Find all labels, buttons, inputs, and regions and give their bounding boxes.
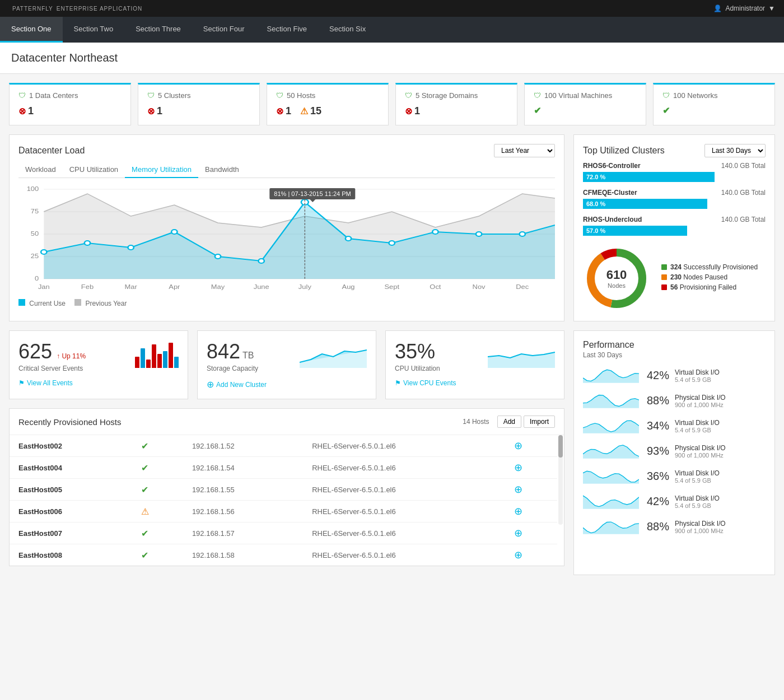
perf-pct: 88% (645, 520, 669, 533)
host-os: RHEL-6Server-6.5.0.1.el6 (303, 544, 505, 566)
card-title-clusters: 5 Clusters (158, 91, 191, 100)
perf-sublabel: 5.4 of 5.9 GB (675, 477, 720, 484)
scroll-icon[interactable]: ⊕ (514, 484, 522, 495)
perf-row: 93% Physical Disk I/O 900 of 1,000 MHz (583, 441, 766, 461)
scroll-icon[interactable]: ⊕ (514, 549, 522, 561)
nav-section-three[interactable]: Section Three (124, 17, 192, 43)
stat-cards-row: 625 ↑ Up 11% Critical Server Events (9, 330, 564, 399)
perf-sublabel: 900 of 1,000 MHz (675, 452, 726, 459)
tab-bandwidth[interactable]: Bandwidth (198, 162, 246, 178)
svg-point-16 (215, 254, 221, 259)
cluster-bar-cfmeqe: 68.0 % (583, 199, 707, 209)
ok-icon: ✔ (141, 441, 148, 451)
svg-point-19 (346, 236, 351, 241)
svg-point-17 (259, 259, 264, 263)
svg-marker-49 (583, 522, 639, 534)
table-row: EastHost006 ⚠ 192.168.1.56 RHEL-6Server-… (10, 501, 557, 522)
add-cluster-link[interactable]: ⊕ Add New Cluster (207, 379, 367, 390)
events-label: Critical Server Events (18, 365, 86, 372)
perf-row: 88% Physical Disk I/O 900 of 1,000 MHz (583, 391, 766, 410)
perf-pct: 93% (645, 445, 669, 458)
scroll-icon[interactable]: ⊕ (514, 462, 522, 473)
perf-sparkline (583, 517, 639, 536)
perf-label: Virtual Disk I/O (675, 368, 720, 376)
view-all-events-link[interactable]: ⚑ View All Events (18, 379, 179, 387)
scroll-icon[interactable]: ⊕ (514, 506, 522, 517)
host-action[interactable]: ⊕ (505, 501, 557, 522)
storage-label: Storage Capacity (207, 365, 258, 372)
host-status: ✔ (132, 544, 183, 566)
host-action[interactable]: ⊕ (505, 457, 557, 479)
host-action[interactable]: ⊕ (505, 522, 557, 544)
perf-sparkline (583, 416, 639, 436)
table-row: EastHost008 ✔ 192.168.1.58 RHEL-6Server-… (10, 544, 557, 566)
time-filter-select[interactable]: Last Year Last 30 Days Last 7 Days (494, 144, 555, 157)
scrollbar[interactable] (557, 435, 564, 566)
nav-section-one[interactable]: Section One (0, 17, 63, 43)
user-menu[interactable]: 👤 Administrator ▼ (713, 4, 775, 12)
perf-sublabel: 5.4 of 5.9 GB (675, 427, 720, 433)
cluster-rhos6: RHOS6-Controller 140.0 GB Total 72.0 % (583, 162, 766, 182)
view-cpu-events-link[interactable]: ⚑ View CPU Events (395, 379, 555, 387)
svg-text:Dec: Dec (516, 284, 529, 290)
scroll-icon[interactable]: ⊕ (514, 440, 522, 451)
tab-workload[interactable]: Workload (18, 162, 63, 178)
scroll-icon[interactable]: ⊕ (514, 528, 522, 539)
shield-icon: 🛡 (405, 91, 412, 100)
shield-icon: 🛡 (276, 91, 283, 100)
svg-point-23 (520, 232, 525, 236)
flag-icon: ⚑ (18, 379, 25, 387)
summary-card-clusters: 🛡 5 Clusters ⊗ 1 (138, 83, 260, 125)
host-status: ✔ (132, 435, 183, 457)
events-change: ↑ Up 11% (57, 352, 86, 360)
svg-marker-44 (583, 395, 639, 408)
ok-icon: ✔ (534, 105, 541, 116)
perf-sparkline (583, 441, 639, 461)
perf-pct: 42% (645, 369, 669, 382)
events-value: 625 (18, 340, 52, 363)
user-icon: 👤 (713, 4, 722, 12)
nav-section-four[interactable]: Section Four (192, 17, 256, 43)
tab-memory[interactable]: Memory Utilization (125, 162, 198, 178)
perf-sparkline (583, 391, 639, 410)
table-row: EastHost007 ✔ 192.168.1.57 RHEL-6Server-… (10, 522, 557, 544)
error-icon: ⊗ (147, 106, 155, 116)
nav-section-two[interactable]: Section Two (63, 17, 125, 43)
host-action[interactable]: ⊕ (505, 544, 557, 566)
perf-row: 34% Virtual Disk I/O 5.4 of 5.9 GB (583, 416, 766, 436)
summary-card-storage: 🛡 5 Storage Domains ⊗ 1 (395, 83, 517, 125)
cluster-rhos-undercloud: RHOS-Undercloud 140.0 GB Total 57.0 % (583, 216, 766, 236)
perf-label: Physical Disk I/O (675, 520, 726, 528)
summary-card-vms: 🛡 100 Virtual Machines ✔ (524, 83, 646, 125)
summary-card-datacenters: 🛡 1 Data Centers ⊗ 1 (9, 83, 131, 125)
nodes-donut: 610 Nodes 324 Successfully Provisioned 2… (583, 245, 766, 312)
host-name: EastHost008 (10, 544, 132, 566)
card-title-networks: 100 Networks (673, 91, 717, 100)
host-action[interactable]: ⊕ (505, 479, 557, 501)
stat-card-events: 625 ↑ Up 11% Critical Server Events (9, 330, 188, 399)
ok-icon: ✔ (141, 550, 148, 560)
clusters-time-filter[interactable]: Last 30 Days Last 7 Days (704, 144, 766, 157)
tab-cpu[interactable]: CPU Utilization (63, 162, 125, 178)
summary-row: 🛡 1 Data Centers ⊗ 1 🛡 5 Clusters ⊗ 1 (9, 83, 775, 125)
svg-marker-41 (300, 350, 367, 368)
import-button[interactable]: Import (524, 416, 555, 428)
add-button[interactable]: Add (497, 416, 521, 428)
top-bar: PATTERNFLYENTERPRISE APPLICATION 👤 Admin… (0, 0, 784, 17)
storage-unit: TB (242, 351, 254, 361)
host-status: ⚠ (132, 501, 183, 522)
host-ip: 192.168.1.55 (183, 479, 303, 501)
svg-text:Jan: Jan (38, 284, 50, 290)
chevron-down-icon: ▼ (768, 4, 775, 12)
performance-panel: Performance Last 30 Days 42% Virtual Dis… (573, 330, 775, 575)
middle-row: Datacenter Load Last Year Last 30 Days L… (9, 134, 775, 321)
brand-logo: PATTERNFLYENTERPRISE APPLICATION (9, 5, 142, 12)
nav-section-six[interactable]: Section Six (318, 17, 377, 43)
shield-icon: 🛡 (534, 91, 541, 100)
card-title-hosts: 50 Hosts (287, 91, 315, 100)
nav-section-five[interactable]: Section Five (256, 17, 319, 43)
perf-sublabel: 5.4 of 5.9 GB (675, 376, 720, 383)
svg-text:Mar: Mar (125, 284, 137, 290)
host-action[interactable]: ⊕ (505, 435, 557, 457)
chart-tooltip: 81% | 07-13-2015 11:24 PM (269, 188, 355, 199)
